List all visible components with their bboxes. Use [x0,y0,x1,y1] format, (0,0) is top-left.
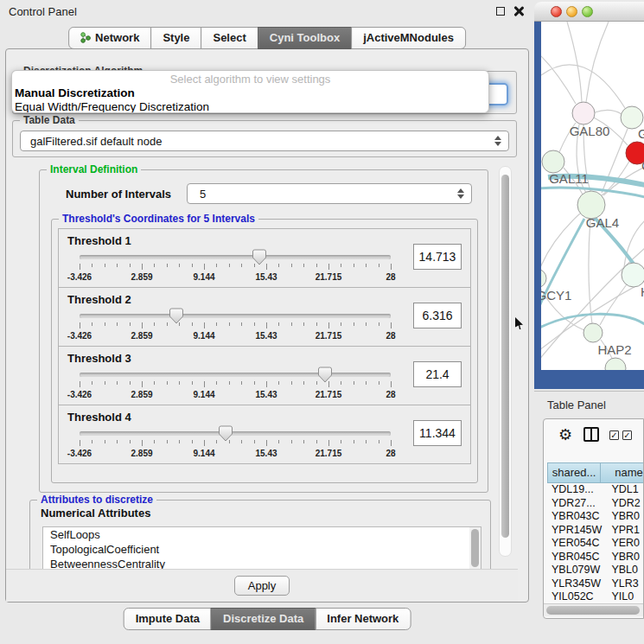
tick-mark [167,264,168,267]
network-edge[interactable] [541,56,576,104]
column-header-name[interactable]: name [600,462,644,483]
table-row[interactable]: YIL052CYIL0 [544,590,644,604]
slider-thumb[interactable] [218,425,233,443]
menu-item-equal-width-discretization[interactable]: Equal Width/Frequency Discretization [12,100,488,113]
float-panel-icon[interactable] [496,7,505,16]
tab-infer-network[interactable]: Infer Network [315,608,411,630]
number-of-intervals-combobox[interactable]: 5 [187,183,472,204]
tick-mark [391,440,392,446]
checkbox-select-icon[interactable]: ✓ [609,430,619,440]
tick-mark [328,322,329,328]
attributes-group: Attributes to discretize Numerical Attri… [29,500,491,574]
network-edge[interactable] [624,220,644,267]
GAL11-node[interactable] [542,150,564,173]
tick-label: -3.426 [67,449,92,458]
slider-thumb[interactable] [317,367,333,384]
threshold-slider[interactable]: -3.4262.8599.14415.4321.71528 [80,255,391,286]
tick-label: 28 [386,331,395,341]
tick-mark [80,381,80,387]
list-item[interactable]: SelfLoops [43,527,481,542]
settings-gear-icon[interactable]: ⚙ [558,425,572,443]
tick-mark [216,322,217,326]
table-data-combobox[interactable]: galFiltered.sif default node [20,131,509,151]
tick-mark [303,264,304,267]
apply-button[interactable]: Apply [234,576,290,596]
cell-name: YIL0 [611,590,644,604]
scrollbar-thumb[interactable] [501,175,509,538]
tab-jactivemnodules[interactable]: jActiveMNodules [351,27,466,49]
table-horizontal-scrollbar[interactable] [544,603,644,616]
zoom-window-icon[interactable] [582,6,593,17]
cell-shared-name: YDL19... [552,483,611,497]
tab-cyni-toolbox[interactable]: Cyni Toolbox [258,27,352,49]
slider-thumb[interactable] [252,249,267,266]
split-columns-icon[interactable] [583,427,599,442]
slider-track[interactable] [80,314,391,318]
GAL80-node[interactable] [572,102,595,124]
threshold-value-field[interactable]: 11.344 [413,420,462,446]
tick-label: 21.715 [316,272,342,282]
tab-select[interactable]: Select [201,27,258,49]
table-row[interactable]: YBR045CYBR0 [544,551,644,564]
tick-label: 15.43 [255,331,277,341]
table-row[interactable]: YER054CYER0 [544,537,644,551]
attributes-scrollbar[interactable] [469,527,481,571]
cell-shared-name: YPR145W [552,524,611,538]
network-edge[interactable] [595,110,622,114]
table-row[interactable]: YDL19...YDL1 [544,483,644,497]
tab-discretize-data[interactable]: Discretize Data [211,608,316,630]
threshold-slider[interactable]: -3.4262.8599.14415.4321.71528 [80,431,391,462]
cyni-mode-tabs: Impute DataDiscretize DataInfer Network [124,608,411,630]
table-row[interactable]: YBL079WYBL0 [544,564,644,577]
column-header-shared-name[interactable]: shared... [547,462,601,483]
table-row[interactable]: YDR27...YDR2 [544,497,644,511]
slider-track[interactable] [80,373,391,377]
node-label: GAL4 [586,215,619,230]
threshold-value-field[interactable]: 14.713 [413,244,462,270]
list-item[interactable]: TopologicalCoefficient [43,542,481,557]
tick-mark [316,264,317,267]
network-edge[interactable] [589,219,592,324]
network-edge[interactable] [586,22,609,102]
close-panel-icon[interactable] [513,6,524,16]
minimize-window-icon[interactable] [566,6,577,17]
network-edge[interactable] [567,22,582,102]
network-window-titlebar[interactable] [534,2,644,22]
tick-mark [341,381,341,385]
table-row[interactable]: YLR345WYLR3 [544,577,644,591]
HAP2-node[interactable] [583,323,603,342]
threshold-slider[interactable]: -3.4262.8599.14415.4321.71528 [80,373,391,404]
slider-track[interactable] [80,431,391,436]
tick-mark [254,381,255,385]
table-row[interactable]: YBR043CYBR0 [544,510,644,524]
threshold-slider[interactable]: -3.4262.8599.14415.4321.71528 [80,314,391,345]
tick-mark [291,381,292,385]
close-window-icon[interactable] [551,6,562,17]
slider-thumb[interactable] [169,308,184,325]
tick-mark [229,381,230,385]
scrollbar-thumb[interactable] [546,606,640,615]
tab-style[interactable]: Style [150,27,201,49]
thresholds-group-title: Threshold's Coordinates for 5 Intervals [59,213,258,225]
main-vertical-scrollbar[interactable] [499,166,512,557]
H-node[interactable] [622,263,644,287]
network-icon [80,32,91,43]
GCY1-node[interactable] [541,269,546,288]
cell-name: YBR0 [611,510,644,524]
threshold-rows: Threshold 1-3.4262.8599.14415.4321.71528… [58,228,471,464]
slider-track[interactable] [80,255,391,259]
threshold-row: Threshold 2-3.4262.8599.14415.4321.71528… [58,287,471,347]
network-canvas[interactable]: GAL80GACGAL11GAL4GCY1HHAP2 [541,22,644,370]
tab-network[interactable]: Network [68,27,151,49]
menu-item-manual-discretization[interactable]: Manual Discretization [12,86,488,100]
numerical-attributes-list[interactable]: SelfLoopsTopologicalCoefficientBetweenne… [42,526,481,571]
tick-mark [328,264,329,270]
threshold-value-field[interactable]: 6.316 [413,303,462,328]
threshold-value-field[interactable]: 21.4 [413,361,462,387]
tab-impute-data[interactable]: Impute Data [124,608,212,630]
tick-mark [117,440,118,443]
tick-mark [303,381,304,385]
bottom-node[interactable] [605,358,626,370]
checkbox-select-icon[interactable]: ✓ [622,430,632,440]
table-row[interactable]: YPR145WYPR1 [544,524,644,538]
